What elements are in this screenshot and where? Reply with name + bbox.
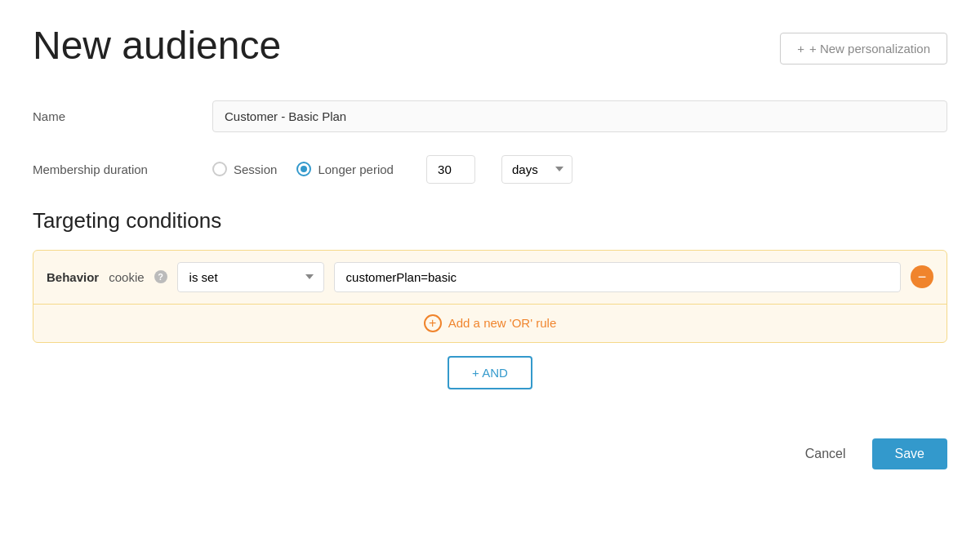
duration-unit-select[interactable]: days hours weeks: [501, 155, 572, 184]
and-row: + AND: [33, 356, 947, 389]
remove-condition-button[interactable]: −: [911, 265, 933, 288]
longer-period-radio-circle[interactable]: [296, 162, 311, 176]
targeting-section: Targeting conditions Behavior cookie ? i…: [33, 208, 947, 389]
new-personalization-label: + New personalization: [809, 42, 930, 56]
plus-icon: +: [797, 42, 804, 56]
longer-period-radio-option[interactable]: Longer period: [296, 162, 394, 176]
page-title: New audience: [33, 24, 281, 68]
session-label: Session: [234, 162, 277, 176]
footer-row: Cancel Save: [33, 422, 947, 469]
radio-group: Session Longer period days hours weeks: [212, 155, 572, 184]
condition-operator-select[interactable]: is set is not set equals contains: [177, 262, 324, 292]
minus-icon: −: [918, 269, 927, 284]
add-or-label: Add a new 'OR' rule: [448, 316, 556, 330]
membership-label: Membership duration: [33, 162, 212, 176]
targeting-block: Behavior cookie ? is set is not set equa…: [33, 250, 947, 343]
and-label: + AND: [472, 366, 508, 380]
add-or-icon: +: [424, 314, 442, 332]
and-button[interactable]: + AND: [448, 356, 532, 389]
page-container: New audience + + New personalization Nam…: [0, 0, 980, 502]
add-or-button[interactable]: + Add a new 'OR' rule: [424, 314, 556, 332]
condition-value-input[interactable]: [334, 262, 901, 292]
condition-row: Behavior cookie ? is set is not set equa…: [33, 251, 947, 305]
help-icon[interactable]: ?: [154, 270, 167, 283]
session-radio-circle[interactable]: [212, 162, 227, 176]
or-rule-row: + Add a new 'OR' rule: [33, 305, 947, 342]
targeting-title: Targeting conditions: [33, 208, 947, 234]
membership-row: Membership duration Session Longer perio…: [33, 155, 947, 184]
name-row: Name: [33, 100, 947, 132]
save-button[interactable]: Save: [872, 438, 947, 469]
duration-number-input[interactable]: [426, 155, 475, 184]
session-radio-option[interactable]: Session: [212, 162, 277, 176]
longer-period-label: Longer period: [318, 162, 394, 176]
cookie-label: cookie: [109, 270, 144, 284]
behavior-label: Behavior: [47, 270, 99, 284]
header-row: New audience + + New personalization: [33, 24, 947, 68]
cancel-button[interactable]: Cancel: [792, 438, 859, 469]
name-label: Name: [33, 109, 212, 123]
name-input[interactable]: [212, 100, 947, 132]
form-section: Name Membership duration Session Longer …: [33, 100, 947, 184]
new-personalization-button[interactable]: + + New personalization: [780, 33, 947, 64]
